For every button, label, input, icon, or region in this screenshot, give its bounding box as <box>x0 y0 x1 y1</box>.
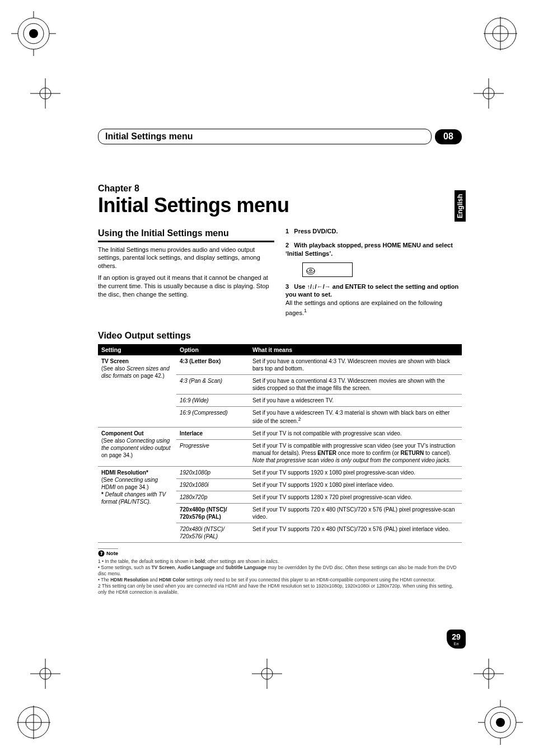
step-3: 3 Use ↑/↓/←/→ and ENTER to select the se… <box>285 283 462 299</box>
settings-disc-icon <box>306 266 315 275</box>
progressive-meaning: Set if your TV is compatible with progre… <box>249 439 462 466</box>
table-row: Component Out (See also Connecting using… <box>98 427 462 439</box>
svg-point-37 <box>307 268 315 273</box>
col-setting: Setting <box>98 344 176 355</box>
arrow-down-icon: ↓ <box>312 283 315 290</box>
print-corner-tr <box>478 11 523 56</box>
settings-heading: Video Output settings <box>98 331 462 341</box>
note-icon <box>98 550 105 557</box>
print-corner-br <box>478 700 523 745</box>
reg-mark <box>30 659 60 689</box>
print-corner-bl <box>11 700 56 745</box>
body-text: All the settings and options are explain… <box>285 299 462 317</box>
footnotes: Note 1 • In the table, the default setti… <box>98 548 462 596</box>
header-title: Initial Settings menu <box>98 129 432 144</box>
svg-point-38 <box>310 269 312 271</box>
reg-mark <box>30 78 60 109</box>
right-column: 1 Press DVD/CD. 2 With playback stopped,… <box>285 227 462 317</box>
table-row: HDMI Resolution* (See Connecting using H… <box>98 466 462 478</box>
reg-mark <box>252 659 282 689</box>
arrow-left-icon: ← <box>317 283 323 290</box>
page-number-badge: 29 En <box>447 630 466 649</box>
header-chapter-number: 08 <box>435 129 462 144</box>
initial-settings-diagram <box>302 262 353 277</box>
arrow-up-icon: ↑ <box>307 283 311 290</box>
reg-mark <box>474 78 504 109</box>
chapter-label: Chapter 8 <box>98 184 462 194</box>
page-number: 29 <box>452 633 461 641</box>
section-heading: Using the Initial Settings menu <box>98 227 274 242</box>
header-bar: Initial Settings menu 08 <box>98 129 462 144</box>
chapter-title: Initial Settings menu <box>98 194 462 217</box>
left-column: Using the Initial Settings menu The Init… <box>98 227 274 317</box>
body-text: The Initial Settings menu provides audio… <box>98 246 274 271</box>
col-meaning: What it means <box>249 344 462 355</box>
reg-mark <box>474 659 504 689</box>
arrow-right-icon: → <box>325 283 331 290</box>
note-label: Note <box>98 548 118 557</box>
step-1: 1 Press DVD/CD. <box>285 227 462 236</box>
body-text: If an option is grayed out it means that… <box>98 274 274 299</box>
print-corner-tl <box>11 11 56 56</box>
page-lang: En <box>454 642 459 646</box>
svg-point-17 <box>496 718 505 727</box>
table-row: TV Screen (See also Screen sizes and dis… <box>98 355 462 375</box>
step-2: 2 With playback stopped, press HOME MENU… <box>285 241 462 258</box>
settings-table: Setting Option What it means TV Screen (… <box>98 344 462 543</box>
svg-point-2 <box>29 29 38 38</box>
col-option: Option <box>176 344 249 355</box>
